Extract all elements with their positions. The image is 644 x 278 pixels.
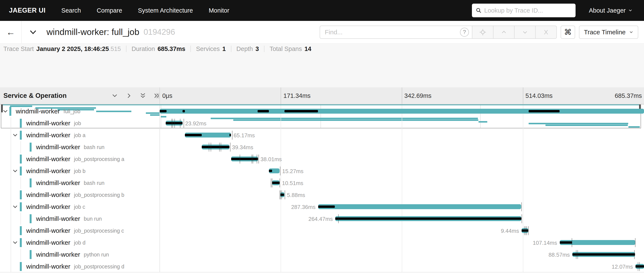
operation-name: job b: [74, 168, 86, 174]
span-name-cell[interactable]: windmill-workerjob d: [20, 237, 86, 248]
span-bar[interactable]: [202, 144, 230, 150]
log-marker: [240, 154, 240, 164]
span-name-cell[interactable]: windmill-workerbash run: [30, 177, 104, 189]
span-duration-label: 5.88ms: [287, 192, 305, 198]
column-resizer-handle[interactable]: [156, 93, 159, 98]
focus-span-button[interactable]: [472, 26, 494, 39]
span-collapse-chevron[interactable]: [12, 168, 18, 174]
nav-item-search[interactable]: Search: [62, 7, 81, 14]
back-button[interactable]: ←: [0, 21, 22, 43]
span-collapse-chevron[interactable]: [12, 132, 18, 139]
span-name-cell[interactable]: windmill-workerjob: [20, 117, 81, 129]
span-rows: windmill-workerfull_jobwindmill-workerjo…: [0, 105, 644, 272]
log-marker: [280, 178, 280, 188]
span-row[interactable]: windmill-workerjob d107.14ms: [0, 237, 644, 248]
critical-path-segment: [529, 110, 560, 112]
find-clear-button[interactable]: X: [536, 26, 557, 39]
span-bar[interactable]: [185, 132, 231, 138]
find-next-button[interactable]: [514, 26, 536, 39]
nav-item-system-architecture[interactable]: System Architecture: [138, 7, 193, 14]
span-collapse-chevron[interactable]: [12, 240, 18, 246]
find-toolbar: ? X: [320, 26, 557, 39]
span-bar[interactable]: [269, 168, 280, 173]
expand-one-button[interactable]: [124, 91, 134, 100]
span-row[interactable]: windmill-workerjob b15.27ms: [0, 165, 644, 177]
span-collapse-chevron[interactable]: [2, 108, 8, 115]
chevron-down-icon: [12, 168, 18, 174]
span-bar[interactable]: [231, 156, 258, 162]
span-name-cell[interactable]: windmill-workerpython run: [30, 248, 109, 260]
operation-name: python run: [84, 252, 109, 258]
span-row[interactable]: windmill-workerjob23.92ms: [0, 117, 644, 129]
span-name-cell[interactable]: windmill-workerbash run: [30, 141, 104, 153]
service-name: windmill-worker: [16, 108, 60, 115]
span-name-cell[interactable]: windmill-workerjob_postprocessing b: [20, 189, 124, 201]
span-bar[interactable]: [160, 109, 644, 114]
span-bar[interactable]: [335, 216, 522, 221]
span-row[interactable]: windmill-workerbash run10.51ms: [0, 177, 644, 189]
collapse-all-button[interactable]: [138, 91, 148, 100]
chevron-up-icon: [501, 29, 507, 35]
span-row[interactable]: windmill-workerjob_postprocessing a38.01…: [0, 153, 644, 165]
span-bar[interactable]: [572, 252, 635, 257]
span-row[interactable]: windmill-workerbash run39.34ms: [0, 141, 644, 153]
log-marker: [219, 142, 220, 152]
service-name: windmill-worker: [26, 167, 70, 174]
trace-id-search-box[interactable]: [472, 4, 576, 17]
timeline-tick-1: 171.34ms: [284, 88, 310, 104]
log-marker: [522, 214, 522, 223]
locate-icon: [479, 28, 486, 36]
log-marker: [280, 190, 280, 199]
collapse-one-button[interactable]: [110, 91, 120, 100]
span-bar[interactable]: [318, 204, 521, 209]
span-bar[interactable]: [522, 228, 528, 233]
tree-indent-guide: [11, 177, 11, 189]
span-row[interactable]: windmill-workerjob a65.17ms: [0, 129, 644, 141]
span-name-cell[interactable]: windmill-workerjob b: [20, 165, 86, 177]
find-help-icon[interactable]: ?: [460, 28, 469, 37]
span-row[interactable]: windmill-workerjob_postprocessing d12.07…: [0, 260, 644, 272]
column-divider: [160, 88, 160, 104]
log-marker: [253, 154, 253, 164]
trace-collapse-toggle[interactable]: [29, 28, 37, 36]
span-bar[interactable]: [272, 180, 280, 185]
span-row[interactable]: windmill-workerpython run88.57ms: [0, 248, 644, 260]
span-row[interactable]: windmill-workerfull_job: [0, 105, 644, 117]
span-name-cell[interactable]: windmill-workerjob_postprocessing d: [20, 260, 124, 272]
about-jaeger-menu[interactable]: About Jaeger: [589, 7, 632, 14]
find-prev-button[interactable]: [494, 26, 514, 39]
span-bar[interactable]: [560, 240, 636, 245]
span-bar[interactable]: [636, 264, 644, 269]
timeline-tick-3: 514.03ms: [526, 88, 552, 104]
find-input[interactable]: [325, 28, 460, 36]
span-name-cell[interactable]: windmill-workerjob a: [20, 129, 86, 141]
duration-label: Duration: [132, 46, 155, 52]
span-row[interactable]: windmill-workerjob_postprocessing b5.88m…: [0, 189, 644, 201]
span-name-cell[interactable]: windmill-workerjob c: [20, 201, 85, 213]
keyboard-shortcuts-button[interactable]: ⌘: [560, 26, 575, 39]
log-marker: [252, 154, 252, 164]
log-marker: [258, 154, 259, 164]
critical-path-segment: [269, 170, 272, 172]
span-name-cell[interactable]: windmill-workerbun run: [30, 213, 102, 225]
nav-item-monitor[interactable]: Monitor: [209, 7, 230, 14]
app-logo[interactable]: JAEGER UI: [9, 6, 46, 14]
span-name-cell[interactable]: windmill-workerfull_job: [10, 105, 80, 117]
trace-view-selector[interactable]: Trace Timeline: [579, 26, 638, 39]
nav-item-compare[interactable]: Compare: [97, 7, 122, 14]
trace-start-value: January 2 2025, 18:46:25: [36, 46, 109, 52]
total-spans-value: 14: [304, 46, 311, 52]
tree-indent-guide: [11, 189, 11, 201]
span-row[interactable]: windmill-workerjob_postprocessing c9.44m…: [0, 225, 644, 237]
timeline-gridline: [281, 88, 281, 104]
span-row[interactable]: windmill-workerjob c287.36ms: [0, 201, 644, 213]
span-name-cell[interactable]: windmill-workerjob_postprocessing a: [20, 153, 124, 165]
span-bar[interactable]: [280, 192, 284, 197]
log-marker: [526, 226, 527, 235]
span-name-cell[interactable]: windmill-workerjob_postprocessing c: [20, 225, 124, 237]
span-collapse-chevron[interactable]: [12, 204, 18, 210]
timeline-gridline: [523, 88, 523, 104]
trace-id-search-input[interactable]: [484, 7, 572, 14]
span-row[interactable]: windmill-workerbun run264.47ms: [0, 213, 644, 225]
chevron-down-icon: [12, 204, 18, 210]
